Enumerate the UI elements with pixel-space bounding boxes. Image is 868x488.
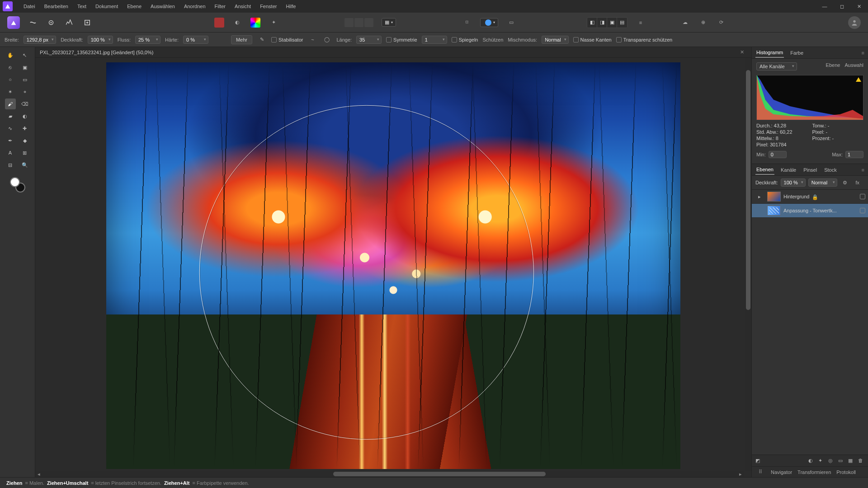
move-tool-icon[interactable]: ↖ [19, 50, 30, 61]
add-live-filter-icon[interactable]: ◎ [828, 458, 835, 464]
window-mode-icon[interactable]: ◯ [322, 35, 332, 45]
selection-brush-icon[interactable]: ○ [5, 74, 16, 85]
erase-tool-icon[interactable]: ⌫ [19, 99, 30, 109]
menu-window[interactable]: Fenster [255, 2, 281, 11]
window-minimize-icon[interactable]: — [818, 2, 831, 11]
foreground-color-well[interactable] [10, 177, 20, 187]
flow-field[interactable]: 25 % [135, 36, 160, 44]
delete-layer-icon[interactable]: 🗑 [858, 458, 864, 464]
scroll-left-icon[interactable]: ◂ [35, 471, 42, 477]
align-right-icon[interactable] [364, 18, 373, 27]
grid-tool-icon[interactable]: ⊟ [5, 160, 16, 170]
document-image[interactable] [106, 62, 680, 469]
account-avatar-icon[interactable] [848, 16, 861, 29]
brush-settings-icon[interactable]: ✎ [257, 35, 267, 45]
add-pixel-layer-icon[interactable]: ▦ [848, 458, 854, 464]
tab-stock[interactable]: Stock [823, 165, 838, 174]
symmetry-checkbox[interactable]: Symmetrie [386, 37, 417, 42]
flood-select-icon[interactable]: ✶ [5, 86, 16, 97]
menu-filter[interactable]: Filter [210, 2, 230, 11]
document-tab[interactable]: PXL_20230127_135623241.jpg [Geändert] (5… [35, 47, 751, 58]
menu-edit[interactable]: Bearbeiten [40, 2, 73, 11]
align-left-icon[interactable] [344, 18, 354, 27]
menu-help[interactable]: Hilfe [281, 2, 300, 11]
foreground-swatch[interactable] [214, 18, 224, 28]
tab-history[interactable]: Protokoll [836, 469, 856, 475]
stabilizer-checkbox[interactable]: Stabilisator [271, 37, 303, 42]
layer-blend-dropdown[interactable]: Normal [808, 178, 837, 187]
histogram-mode-layer[interactable]: Ebene [826, 62, 840, 68]
tab-brushes[interactable]: Pinsel [802, 165, 818, 174]
persona-export-icon[interactable] [82, 18, 92, 28]
opacity-field[interactable]: 100 % [88, 36, 113, 44]
smudge-tool-icon[interactable]: ∿ [5, 123, 16, 134]
histogram-max-input[interactable] [845, 151, 863, 158]
group-layers-icon[interactable]: ▭ [838, 458, 844, 464]
layer-row[interactable]: ▸ Hintergrund 🔒 [752, 190, 868, 204]
length-field[interactable]: 35 [356, 36, 382, 44]
window-maximize-icon[interactable]: ◻ [835, 2, 848, 11]
menu-file[interactable]: Datei [19, 2, 40, 11]
reset-view-icon[interactable]: ≡ [636, 18, 646, 28]
eyedropper-icon[interactable]: ◐ [232, 18, 242, 28]
dodge-tool-icon[interactable]: ◐ [19, 111, 30, 122]
rope-mode-icon[interactable]: ~ [307, 35, 317, 45]
layer-opacity-field[interactable]: 100 % [781, 178, 806, 187]
snap-icon[interactable]: ⌑ [462, 18, 472, 28]
layer-visibility-icon[interactable]: ▸ [755, 192, 764, 202]
panel-menu-icon[interactable]: ≡ [862, 50, 864, 56]
hand-tool-icon[interactable]: ✋ [5, 50, 16, 61]
more-button[interactable]: Mehr [231, 35, 252, 44]
healing-tool-icon[interactable]: ✚ [19, 123, 30, 134]
color-wheel-icon[interactable] [250, 18, 260, 28]
tab-color[interactable]: Farbe [789, 48, 804, 57]
auto-color-icon[interactable]: ✦ [269, 18, 278, 28]
blend-mode-dropdown[interactable]: Normal [542, 36, 568, 44]
color-picker-tool-icon[interactable]: ⎋ [5, 62, 16, 73]
mirror-checkbox[interactable]: Spiegeln [452, 37, 478, 42]
view-4-icon[interactable]: ▤ [617, 18, 627, 28]
clone-tool-icon[interactable]: ⌖ [19, 86, 30, 97]
symmetry-field[interactable]: 1 [422, 36, 447, 44]
add-adjustment-icon[interactable]: ◐ [808, 458, 815, 464]
view-2-icon[interactable]: ◨ [597, 18, 607, 28]
preview-icon[interactable]: ▭ [506, 18, 516, 28]
zoom-tool-icon[interactable]: 🔍 [19, 160, 30, 170]
pen-tool-icon[interactable]: ✒ [5, 135, 16, 146]
marquee-tool-icon[interactable]: ▭ [19, 74, 30, 85]
visibility-checkbox[interactable] [860, 208, 865, 213]
menu-arrange[interactable]: Anordnen [179, 2, 210, 11]
lock-icon[interactable]: 🔒 [812, 194, 816, 199]
document-tab-close-icon[interactable]: ✕ [737, 49, 747, 55]
tab-layers[interactable]: Ebenen [755, 165, 774, 175]
persona-liquify-icon[interactable] [28, 18, 38, 28]
cloud-2-icon[interactable]: ⊕ [698, 18, 708, 28]
persona-photo-icon[interactable] [7, 16, 20, 29]
view-1-icon[interactable]: ◧ [587, 18, 597, 28]
histogram-mode-selection[interactable]: Auswahl [844, 62, 863, 68]
vertical-scrollbar[interactable] [745, 58, 751, 471]
window-close-icon[interactable]: ✕ [853, 2, 865, 11]
menu-document[interactable]: Dokument [91, 2, 123, 11]
layer-visibility-icon[interactable] [755, 206, 764, 216]
protect-label[interactable]: Schützen [482, 37, 503, 42]
paint-brush-tool-icon[interactable]: 🖌 [5, 99, 16, 109]
visibility-checkbox[interactable] [860, 194, 865, 199]
menu-select[interactable]: Auswählen [146, 2, 179, 11]
crop-tool-icon[interactable]: ▣ [19, 62, 30, 73]
assistant-dropdown[interactable]: ▾ [480, 18, 498, 27]
cloud-1-icon[interactable]: ☁ [680, 18, 690, 28]
tab-histogram[interactable]: Histogramm [755, 48, 784, 58]
shape-tool-icon[interactable]: ◆ [19, 135, 30, 146]
horizontal-scrollbar[interactable]: ◂ ▸ [35, 471, 744, 477]
tab-navigator[interactable]: Navigator [771, 469, 792, 475]
view-3-icon[interactable]: ▣ [607, 18, 617, 28]
hardness-field[interactable]: 0 % [183, 36, 208, 44]
canvas-viewport[interactable]: ◂ ▸ [35, 58, 751, 477]
hscroll-thumb[interactable] [333, 472, 546, 476]
menu-layer[interactable]: Ebene [123, 2, 146, 11]
layer-fx-icon[interactable]: fx [853, 178, 863, 188]
mesh-tool-icon[interactable]: ⊞ [19, 147, 30, 158]
layers-menu-icon[interactable]: ≡ [862, 167, 864, 173]
lock-icon[interactable] [840, 208, 844, 213]
